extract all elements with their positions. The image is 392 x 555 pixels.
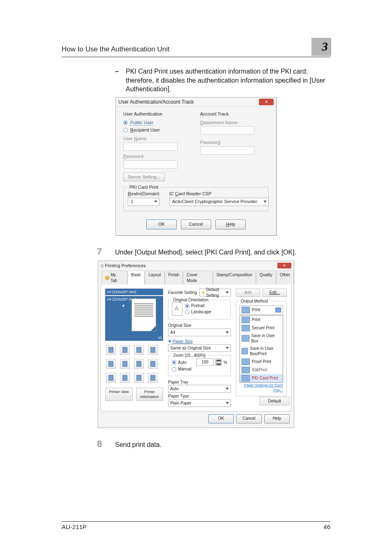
account-track-section-label: Account Track [200,111,269,117]
preview-option-icon[interactable] [148,359,158,369]
add-button[interactable]: Add [236,289,260,297]
menu-item-secure[interactable]: Secure Print [240,324,283,332]
menu-item-userbox[interactable]: Save in User Box [240,332,283,345]
zoom-manual-radio[interactable] [172,367,176,372]
output-method-legend: Output Method [240,298,269,304]
section-number: 3 [322,39,328,53]
password-input[interactable] [123,160,178,169]
paper-type-dropdown[interactable]: Plain Paper [168,399,231,407]
realm-dropdown[interactable]: 1 [128,198,159,206]
card-icon [242,375,250,382]
menu-item-idprint[interactable]: ID&Print [240,366,283,374]
output-method-dropdown[interactable]: Print [240,305,283,314]
orig-size-label: Original Size [168,323,231,328]
lock-tray-link[interactable]: Paper Settings for Each Tray... [240,383,283,393]
proof-icon [242,358,250,365]
chevron-down-icon [275,308,281,312]
paper-type-label: Paper Type [168,393,231,399]
user-auth-dialog: User Authentication/Account Track ✕ User… [115,97,277,236]
paper-size-dropdown[interactable]: Same as Original Size [168,344,231,352]
printer-info-button[interactable]: Printer Information [136,388,164,401]
username-input[interactable] [123,143,178,151]
csp-dropdown[interactable]: ActivClient Cryptographic Service Provid… [169,198,269,206]
lock-icon [242,325,250,331]
chevron-down-icon [226,347,229,349]
recipient-user-radio[interactable] [123,128,128,132]
tab-basic[interactable]: Basic [127,271,145,284]
menu-item-pki[interactable]: PKI Card Print [240,374,283,382]
chevron-down-icon [226,291,229,294]
preview-option-icon[interactable] [106,359,116,369]
paper-size-link[interactable]: Paper Size [168,339,231,345]
page-title: How to Use the Authentication Unit [62,45,330,57]
preview-option-icon[interactable] [134,373,144,383]
dept-name-input[interactable] [200,126,254,134]
zoom-legend: Zoom [25...400%] [172,353,207,358]
arrow-down-icon: ▼ [122,303,125,308]
ok-button[interactable]: OK [146,220,177,229]
server-setting-button[interactable]: Server Setting... [123,173,165,181]
chevron-down-icon [226,388,229,390]
tab-finish[interactable]: Finish [165,271,183,284]
chevron-down-icon [154,201,157,203]
paper-tray-dropdown[interactable]: Auto [168,385,231,393]
preview-option-icon[interactable] [148,373,158,383]
id-icon [242,367,250,373]
chevron-down-icon [226,331,229,333]
cancel-button[interactable]: Cancel [181,220,211,229]
menu-item-userbox-print[interactable]: Save in User Box/Print [240,345,283,358]
orig-size-dropdown[interactable]: A4 [168,328,231,336]
preview-option-icon[interactable] [134,359,144,369]
landscape-label: Landscape [191,309,211,315]
recipient-user-label: Recipient User [130,127,160,133]
tab-quality[interactable]: Quality [256,271,276,284]
close-icon[interactable]: ✕ [277,263,291,268]
preview-option-icon[interactable] [134,345,144,355]
menu-item-print[interactable]: Print [240,316,283,324]
copy-count: x1 [105,335,163,340]
at-password-input[interactable] [200,146,254,155]
tab-mytab[interactable]: My Tab [101,271,127,284]
paper-tray-label: Paper Tray [168,379,231,385]
preview-option-icon[interactable] [148,345,158,355]
pki-legend: PKI Card Print [128,184,160,190]
zoom-manual-label: Manual [178,366,191,372]
section-number-box: 3 [311,38,331,56]
preview-option-icon[interactable] [106,373,116,383]
preview-option-icon[interactable] [106,345,116,355]
edit-button[interactable]: Edit... [263,289,287,297]
tab-stamp[interactable]: Stamp/Composition [213,271,256,284]
password-label: Password: [123,153,192,160]
chevron-down-icon [226,402,229,404]
tab-cover[interactable]: Cover Mode [183,271,212,284]
close-icon[interactable]: ✕ [259,99,274,105]
step-7-text: Under [Output Method], select [PKI Card … [115,247,296,257]
help-button[interactable]: Help [215,220,246,229]
public-user-radio[interactable] [123,120,128,125]
public-user-label[interactable]: Public User [130,120,153,126]
preview-option-icon[interactable] [120,373,130,383]
default-button[interactable]: Default [259,397,290,406]
zoom-stepper[interactable] [215,358,222,366]
preview-option-icon[interactable] [120,345,130,355]
zoom-value-input[interactable]: 100 [196,358,214,366]
dept-name-label: Department Name: [200,120,269,126]
menu-item-proof[interactable]: Proof Print [240,358,283,366]
footer-page-number: 46 [323,523,330,530]
ok-button[interactable]: OK [208,414,234,423]
cancel-button[interactable]: Cancel [236,414,262,423]
dash-icon: – [115,67,126,94]
dialog1-title: User Authentication/Account Track [118,99,194,105]
arrow-down-icon [168,340,171,343]
preview-option-icon[interactable] [120,359,130,369]
zoom-auto-label: Auto [178,360,187,365]
chevron-down-icon [263,201,267,203]
zoom-auto-radio[interactable] [172,360,176,365]
tab-other[interactable]: Other [276,271,294,284]
favorite-setting-dropdown[interactable]: Default Setting [199,289,231,296]
help-button[interactable]: Help [264,414,290,423]
landscape-radio[interactable] [185,310,189,314]
portrait-radio[interactable] [185,304,189,308]
tab-layout[interactable]: Layout [145,271,164,284]
printer-view-button[interactable]: Printer View [105,388,133,401]
